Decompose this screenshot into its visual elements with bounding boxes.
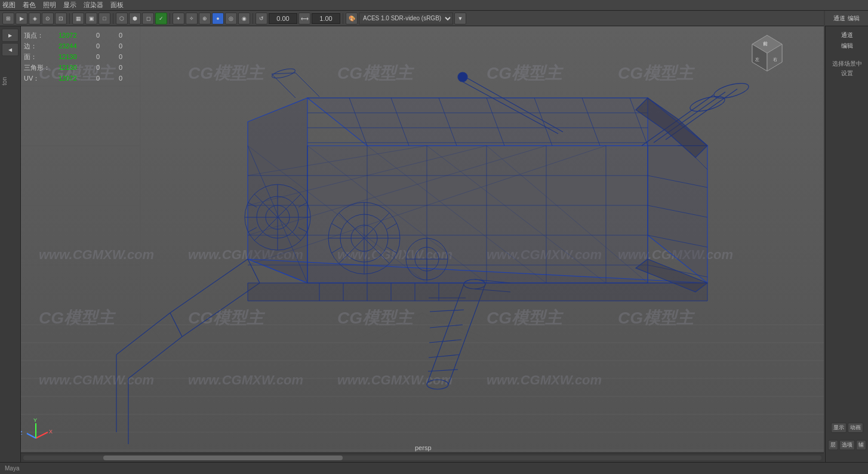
stat-triangles-row: 三角形： 12130 0 0 xyxy=(24,62,137,73)
menu-renderer[interactable]: 渲染器 xyxy=(84,1,103,10)
scrollbar-thumb[interactable] xyxy=(103,455,343,460)
separator-4 xyxy=(253,13,253,24)
svg-point-94 xyxy=(688,94,726,115)
menu-lighting[interactable]: 照明 xyxy=(43,1,56,10)
stat-uv-row: UV： 12072 0 0 xyxy=(24,73,137,84)
svg-line-8 xyxy=(422,313,618,473)
viewport[interactable]: CG模型主 CG模型主 CG模型主 CG模型主 CG模型主 www.CGMXW.… xyxy=(21,26,824,473)
left-side-text: ton xyxy=(1,77,8,85)
toolbar-btn-3[interactable]: ◈ xyxy=(29,13,41,24)
select-scene-section: 选择场景中 设置 xyxy=(832,60,862,78)
vertices-label: 顶点： xyxy=(24,30,54,41)
edit-label[interactable]: 编辑 xyxy=(841,42,853,50)
svg-line-4 xyxy=(140,313,422,473)
wireframe-model: X Y Z xyxy=(21,26,824,473)
toolbar: ⊞ ▶ ◈ ⊙ ⊡ ▦ ▣ □ ⬡ ⬢ ◻ ✓ ✦ ✧ ⊕ ● ◎ ◉ ↺ ⟷ … xyxy=(0,11,824,26)
tab-row-2: 层 选项 辅 xyxy=(828,440,866,450)
toolbar-btn-6[interactable]: ▦ xyxy=(72,13,84,24)
faces-value: 12130 xyxy=(59,51,91,62)
toolbar-btn-10[interactable]: ⬢ xyxy=(129,13,141,24)
menu-display[interactable]: 显示 xyxy=(63,1,76,10)
left-btn-1[interactable]: ▶ xyxy=(2,29,19,42)
toolbar-btn-7[interactable]: ▣ xyxy=(85,13,97,24)
left-btn-2[interactable]: ◀ xyxy=(2,43,19,56)
svg-line-103 xyxy=(430,310,464,312)
menu-panel[interactable]: 面板 xyxy=(110,1,124,10)
uv-zero1: 0 xyxy=(96,73,114,84)
edit-top-label[interactable]: 编辑 xyxy=(848,14,860,23)
display-tab[interactable]: 显示 xyxy=(831,423,847,433)
select-tab[interactable]: 选项 xyxy=(839,440,855,450)
toolbar-btn-14[interactable]: ⊕ xyxy=(199,13,211,24)
uv-zero2: 0 xyxy=(119,73,137,84)
select-scene-text2: 设置 xyxy=(841,69,853,78)
svg-text:X: X xyxy=(49,429,53,435)
toolbar-btn-green[interactable]: ✓ xyxy=(155,13,167,24)
stat-faces-row: 面： 12130 0 0 xyxy=(24,51,137,62)
right-panel: 通道 编辑 选择场景中 设置 显示 动画 层 选项 辅 xyxy=(825,26,868,473)
toolbar-btn-11[interactable]: ◻ xyxy=(142,13,154,24)
svg-line-9 xyxy=(422,313,737,473)
toolbar-btn-blue[interactable]: ● xyxy=(212,13,224,24)
triangles-zero2: 0 xyxy=(119,62,137,73)
toolbar-value1-input[interactable] xyxy=(269,13,297,24)
channel-label[interactable]: 通道 xyxy=(841,31,853,39)
bottom-status-bar: Maya xyxy=(0,462,868,474)
toolbar-btn-2[interactable]: ▶ xyxy=(16,13,27,24)
svg-line-125 xyxy=(272,74,296,98)
bottom-scrollbar[interactable] xyxy=(21,453,824,462)
svg-line-11 xyxy=(21,313,140,473)
toolbar-btn-5[interactable]: ⊡ xyxy=(55,13,67,24)
select-scene-text: 选择场景中 xyxy=(832,60,862,68)
vertices-value: 12072 xyxy=(59,30,91,41)
toolbar-btn-12[interactable]: ✦ xyxy=(173,13,184,24)
toolbar-btn-16[interactable]: ◉ xyxy=(238,13,250,24)
svg-text:Z: Z xyxy=(21,430,23,436)
extra-tab[interactable]: 辅 xyxy=(856,440,866,450)
svg-line-140 xyxy=(36,432,48,438)
left-panel: ▶ ◀ ton xyxy=(0,26,21,468)
svg-text:右: 右 xyxy=(773,57,777,61)
svg-line-126 xyxy=(296,73,319,97)
uv-value: 12072 xyxy=(59,73,91,84)
toolbar-btn-15[interactable]: ◎ xyxy=(225,13,237,24)
toolbar-btn-4[interactable]: ⊙ xyxy=(42,13,54,24)
stat-edges-row: 边： 23244 0 0 xyxy=(24,41,137,51)
stats-panel: 顶点： 12072 0 0 边： 23244 0 0 面： 12130 0 0 … xyxy=(24,30,137,84)
svg-line-3 xyxy=(21,313,422,473)
top-right-labels: 通道 编辑 xyxy=(825,11,868,26)
edges-label: 边： xyxy=(24,41,54,51)
menu-view[interactable]: 视图 xyxy=(2,1,16,10)
vertices-zero1: 0 xyxy=(96,30,114,41)
toolbar-btn-17[interactable]: ↺ xyxy=(256,13,267,24)
orientation-cube[interactable]: 前 左 右 xyxy=(746,32,788,74)
toolbar-value2-input[interactable] xyxy=(312,13,340,24)
vertices-zero2: 0 xyxy=(119,30,137,41)
toolbar-btn-1[interactable]: ⊞ xyxy=(2,13,14,24)
toolbar-color-icon[interactable]: 🎨 xyxy=(346,13,358,24)
toolbar-btn-18[interactable]: ⟷ xyxy=(298,13,310,24)
toolbar-btn-13[interactable]: ✧ xyxy=(186,13,198,24)
toolbar-dropdown-arrow[interactable]: ▼ xyxy=(454,13,466,24)
top-menu-bar: 视图 着色 照明 显示 渲染器 面板 xyxy=(0,0,868,11)
tab-row-1: 显示 动画 xyxy=(831,423,863,433)
bottom-tabs: 显示 动画 层 选项 辅 xyxy=(826,418,868,455)
color-profile-dropdown[interactable]: ACES 1.0 SDR-video (sRGB) xyxy=(359,13,453,24)
uv-label: UV： xyxy=(24,73,54,84)
toolbar-btn-8[interactable]: □ xyxy=(99,13,110,24)
persp-label: persp xyxy=(415,444,432,451)
edges-zero2: 0 xyxy=(119,41,137,51)
toolbar-btn-9[interactable]: ⬡ xyxy=(116,13,128,24)
svg-line-13 xyxy=(140,313,260,473)
svg-point-101 xyxy=(427,380,448,389)
separator-3 xyxy=(170,13,170,24)
svg-line-110 xyxy=(170,259,248,313)
svg-line-106 xyxy=(429,355,460,358)
menu-shading[interactable]: 着色 xyxy=(23,1,36,10)
channel-top-label[interactable]: 通道 xyxy=(833,14,845,23)
edges-value: 23244 xyxy=(59,41,91,51)
animate-tab[interactable]: 动画 xyxy=(848,423,863,433)
layers-tab[interactable]: 层 xyxy=(828,440,838,450)
scrollbar-track[interactable] xyxy=(23,455,821,460)
triangles-label: 三角形： xyxy=(24,62,54,73)
